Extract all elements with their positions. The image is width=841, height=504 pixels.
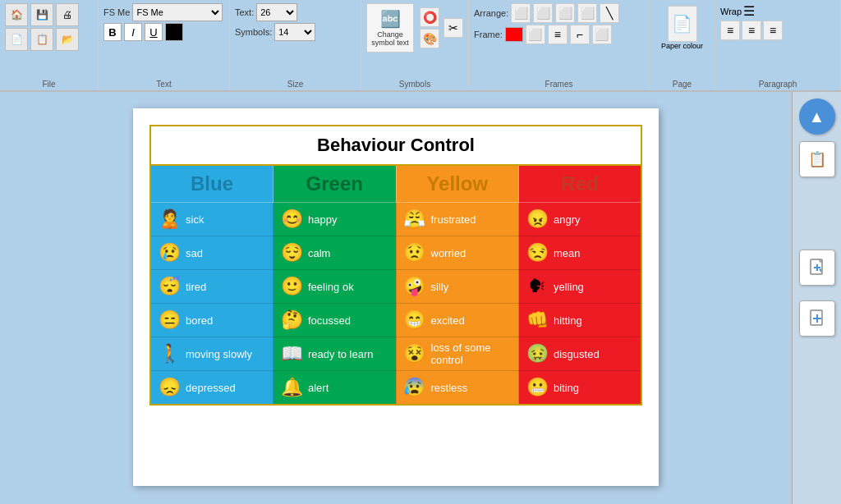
cell-emotion-icon: 🤔 (278, 307, 305, 333)
align-right-icon[interactable]: ≡ (763, 21, 783, 40)
table-cell: 🤔focussed (273, 304, 397, 337)
file-btn2[interactable]: 📄 (5, 28, 28, 51)
symbol-icon-1[interactable]: ⭕ (420, 7, 439, 27)
add-page-icon (807, 258, 827, 277)
paper-colour-icon[interactable]: 📄 (668, 6, 697, 42)
add-icon (807, 309, 827, 328)
cell-emotion-text: excited (431, 314, 465, 327)
symbol-icon-2[interactable]: 🎨 (420, 29, 439, 48)
symbols-label: Symbols: (235, 27, 272, 37)
table-cell: 🤢disgusted (519, 337, 642, 371)
arrange-icon-2[interactable]: ⬜ (533, 3, 553, 23)
cell-emotion-icon: 😴 (156, 273, 182, 300)
frame-color-button[interactable] (505, 27, 523, 42)
print-button[interactable]: 🖨 (56, 3, 79, 26)
cell-emotion-text: loss of some control (431, 341, 514, 366)
behaviour-table: Behaviour Control Blue Green Yellow Red … (149, 125, 642, 405)
table-cell: 😞depressed (150, 371, 273, 405)
symbols-size-select[interactable]: 14 (274, 23, 315, 41)
file-btn4[interactable]: 📂 (56, 28, 79, 51)
cell-emotion-text: depressed (186, 382, 236, 394)
frame-icon-2[interactable]: ≡ (548, 25, 568, 44)
change-symbol-label: Change symbol text (367, 30, 413, 47)
cell-emotion-text: restless (431, 382, 468, 394)
table-cell: 🙎sick (150, 203, 273, 236)
arrange-icon-4[interactable]: ⬜ (577, 3, 597, 23)
align-left-icon[interactable]: ≡ (720, 21, 740, 40)
add-button[interactable] (799, 300, 835, 337)
add-page-button[interactable] (799, 250, 835, 286)
text-color-button[interactable] (165, 23, 183, 41)
wrap-label: Wrap (720, 7, 742, 16)
cell-emotion-text: bored (186, 314, 213, 327)
document: Behaviour Control Blue Green Yellow Red … (133, 108, 659, 486)
cell-emotion-icon: 🙎 (156, 206, 182, 232)
table-cell: 🚶moving slowly (150, 337, 273, 371)
symbol-icon-3[interactable]: ✂ (443, 18, 463, 38)
cell-emotion-icon: 😒 (524, 240, 550, 266)
table-cell: 😊happy (273, 203, 397, 236)
paragraph-section: Wrap ☰ ≡ ≡ ≡ Paragraph (715, 0, 841, 90)
cell-emotion-icon: 😟 (402, 240, 428, 266)
text-size-select[interactable]: 26 (256, 3, 297, 21)
size-section-label: Size (230, 80, 361, 89)
cell-emotion-text: sick (186, 213, 204, 226)
underline-button[interactable]: U (145, 23, 163, 41)
wrap-dropdown-icon[interactable]: ☰ (743, 3, 755, 19)
table-cell: 😬biting (519, 371, 642, 405)
cell-emotion-icon: 😤 (402, 206, 428, 232)
file-section: 🏠 💾 🖨 📄 📋 📂 File (0, 0, 99, 90)
cell-emotion-icon: 🔔 (278, 374, 305, 401)
cell-emotion-text: sad (186, 247, 203, 259)
change-symbol-button[interactable]: 🔤 Change symbol text (366, 3, 414, 53)
page-section-label: Page (650, 80, 715, 89)
table-cell: 📖ready to learn (273, 337, 397, 371)
table-cell: 😁excited (396, 304, 519, 337)
right-panel: ▲ 📋 (792, 92, 841, 504)
arrange-section: Arrange: ⬜ ⬜ ⬜ ⬜ ╲ Frame: ⬜ ≡ ⌐ ⬜ Frames (469, 0, 650, 90)
font-select[interactable]: FS Me (132, 3, 223, 21)
table-cell: 😴tired (150, 270, 273, 304)
cell-emotion-icon: 👊 (524, 307, 550, 333)
canvas-area: Behaviour Control Blue Green Yellow Red … (0, 92, 792, 504)
file-btn3[interactable]: 📋 (30, 28, 53, 51)
cell-emotion-icon: 🤪 (402, 273, 428, 300)
cell-emotion-icon: 🤢 (524, 341, 550, 367)
frame-icon-4[interactable]: ⬜ (592, 25, 612, 44)
bold-button[interactable]: B (103, 23, 122, 41)
cell-emotion-icon: 😞 (156, 374, 182, 401)
scroll-up-button[interactable]: ▲ (799, 99, 835, 135)
arrange-icon-5[interactable]: ╲ (600, 3, 619, 23)
col-header-yellow: Yellow (396, 165, 519, 203)
align-center-icon[interactable]: ≡ (742, 21, 761, 40)
italic-button[interactable]: I (124, 23, 142, 41)
page-section: 📄 Paper colour Page (650, 0, 715, 90)
cell-emotion-text: calm (308, 247, 330, 259)
cell-emotion-icon: 🗣 (524, 273, 550, 300)
table-cell: 😑bored (150, 304, 273, 337)
table-cell: 😤frustrated (396, 203, 519, 236)
copy-button[interactable]: 📋 (799, 141, 835, 177)
frame-icon-1[interactable]: ⬜ (526, 25, 545, 44)
arrange-icon-3[interactable]: ⬜ (555, 3, 575, 23)
change-symbol-icon: 🔤 (380, 9, 401, 29)
cell-emotion-text: tired (186, 281, 206, 293)
arrange-label: Arrange: (474, 8, 508, 18)
cell-emotion-text: hitting (554, 314, 582, 327)
table-cell: 😵loss of some control (396, 337, 519, 371)
cell-emotion-icon: 🙂 (278, 273, 305, 300)
save-button[interactable]: 💾 (30, 3, 53, 26)
table-cell: 🤪silly (396, 270, 519, 304)
home-button[interactable]: 🏠 (5, 3, 28, 26)
frame-icon-3[interactable]: ⌐ (570, 25, 590, 44)
paper-colour-label: Paper colour (661, 42, 703, 50)
text-section: FS Me FS Me B I U Text (99, 0, 230, 90)
text-section-label: Text (99, 80, 229, 89)
cell-emotion-icon: 😑 (156, 307, 182, 333)
table-cell: 😰restless (396, 371, 519, 405)
cell-emotion-icon: 😊 (278, 206, 305, 232)
table-cell: 🙂feeling ok (273, 270, 397, 304)
arrange-icon-1[interactable]: ⬜ (511, 3, 531, 23)
cell-emotion-text: yelling (554, 281, 584, 293)
file-section-label: File (0, 80, 98, 89)
